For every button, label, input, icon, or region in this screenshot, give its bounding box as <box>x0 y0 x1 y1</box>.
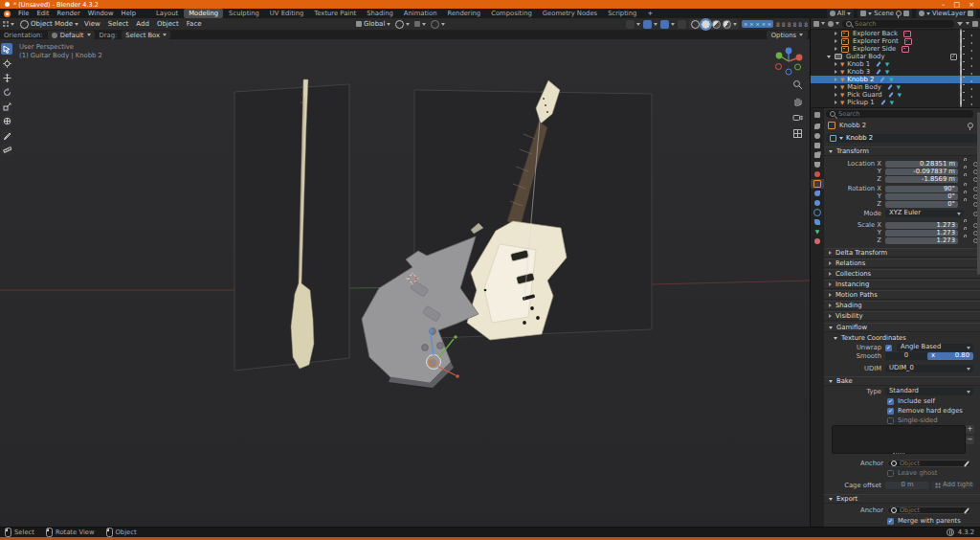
anchor-object-field[interactable] <box>887 460 971 467</box>
scale-y-field[interactable]: 1.273 <box>885 230 958 236</box>
panel-bake[interactable]: Bake <box>824 376 980 386</box>
tab-physics[interactable] <box>811 208 824 217</box>
new-viewlayer-icon[interactable] <box>968 11 973 16</box>
close-button[interactable]: × <box>969 1 974 9</box>
outliner-row-explorer-back[interactable]: Explorer Back <box>811 30 980 37</box>
add-workspace-button[interactable]: + <box>642 9 657 18</box>
collection-checkbox[interactable]: ✓ <box>950 54 957 60</box>
outliner-search[interactable] <box>842 20 954 28</box>
menu-face[interactable]: Face <box>187 20 202 28</box>
panel-export[interactable]: Export <box>824 494 980 504</box>
filter-icon[interactable] <box>957 22 963 26</box>
pin-icon[interactable] <box>896 11 902 16</box>
scene-selector[interactable]: Scene <box>858 9 912 18</box>
menu-window[interactable]: Window <box>84 10 118 17</box>
menu-render[interactable]: Render <box>54 10 84 17</box>
menu-help[interactable]: Help <box>118 10 141 17</box>
collapse-icon[interactable] <box>827 56 831 58</box>
orientation-dropdown[interactable]: Default <box>48 31 95 39</box>
add-tightness-button[interactable]: Add tightness... <box>931 482 973 489</box>
transform-panel-header[interactable]: Transform <box>824 146 980 156</box>
location-x-field[interactable]: 0.28351 m <box>885 161 958 168</box>
scale-z-field[interactable]: 1.273 <box>885 237 958 244</box>
new-scene-icon[interactable] <box>903 11 909 16</box>
show-gizmo-dropdown[interactable] <box>626 20 640 29</box>
pin-icon[interactable] <box>968 123 973 128</box>
smooth-value-field[interactable]: 0 <box>885 352 927 360</box>
outliner-row-knob3[interactable]: ▼Knob 3▼ <box>811 68 980 76</box>
tab-layout[interactable]: Layout <box>151 9 183 18</box>
menu-select[interactable]: Select <box>108 20 129 28</box>
menu-edit[interactable]: Edit <box>33 10 53 17</box>
zoom-icon[interactable] <box>792 79 803 90</box>
annotate-tool[interactable] <box>1 129 12 141</box>
addon-toggle-cluster[interactable]: ××××× <box>742 20 773 28</box>
panel-relations[interactable]: Relations <box>824 259 980 268</box>
smooth-factor-slider[interactable]: x0.80 <box>927 352 973 360</box>
include-self-checkbox[interactable] <box>887 398 894 405</box>
panel-motion-paths[interactable]: Motion Paths <box>824 290 980 300</box>
window-titlebar[interactable]: * (Unsaved) - Blender 4.3.2 – □ × <box>0 0 980 9</box>
tab-render[interactable] <box>811 131 824 141</box>
outliner-row-pick-guard[interactable]: ▼Pick Guard▼ <box>811 91 980 99</box>
outliner-collection-filter[interactable] <box>828 21 839 27</box>
navigation-gizmo[interactable] <box>773 45 804 76</box>
outliner-row-explorer-side[interactable]: Explorer Side <box>811 45 980 53</box>
transform-orientation-selector[interactable]: Global <box>356 20 390 28</box>
remove-hard-edges-checkbox[interactable] <box>887 408 894 415</box>
unwrap-checkbox[interactable] <box>885 345 892 351</box>
rotation-x-field[interactable]: 90° <box>885 186 958 192</box>
expand-icon[interactable] <box>835 85 837 89</box>
panel-visibility[interactable]: Visibility <box>824 311 980 321</box>
select-box-tool[interactable] <box>1 43 12 55</box>
tab-modifiers[interactable] <box>811 189 824 198</box>
minimize-button[interactable]: – <box>942 1 946 9</box>
panel-gamiflow[interactable]: Gamiflow <box>824 323 980 332</box>
addon-link-cluster[interactable]: 888888 <box>776 21 808 28</box>
toggle-xray-button[interactable] <box>678 20 686 29</box>
expand-icon[interactable] <box>835 39 837 43</box>
sets-selector[interactable]: All <box>827 9 854 18</box>
solid-shading-icon[interactable] <box>702 20 710 29</box>
scale-tool[interactable] <box>1 101 12 112</box>
panel-shading[interactable]: Shading <box>824 301 980 310</box>
subpanel-texture-coordinates[interactable]: Texture Coordinates <box>824 333 980 343</box>
tab-modeling[interactable]: Modeling <box>184 9 223 18</box>
list-resize-handle[interactable] <box>893 453 904 456</box>
expand-icon[interactable] <box>835 101 837 104</box>
location-z-field[interactable]: -1.8569 m <box>885 176 958 183</box>
merge-parents-checkbox[interactable] <box>887 518 894 525</box>
overlays-dropdown[interactable] <box>643 20 657 29</box>
bake-pair-list[interactable] <box>832 425 966 454</box>
properties-editor-selector[interactable] <box>811 110 824 120</box>
tab-output[interactable] <box>811 141 824 150</box>
outliner-display-mode[interactable] <box>813 21 825 27</box>
camera-view-icon[interactable] <box>792 112 803 123</box>
location-y-field[interactable]: -0.097837 m <box>885 169 958 175</box>
rendered-shading-icon[interactable] <box>723 20 731 29</box>
unwrap-method-dropdown[interactable]: Angle Based <box>897 344 973 351</box>
tab-tool[interactable] <box>811 122 824 131</box>
options-button[interactable]: Options <box>767 31 808 39</box>
export-anchor-input[interactable] <box>900 506 963 514</box>
tab-sculpting[interactable]: Sculpting <box>224 9 264 18</box>
export-anchor-field[interactable] <box>887 506 971 514</box>
tab-uv-editing[interactable]: UV Editing <box>265 9 308 18</box>
proportional-editing-toggle[interactable] <box>431 20 445 29</box>
udim-dropdown[interactable]: UDIM_0 <box>885 365 973 372</box>
blender-menu-icon[interactable] <box>4 11 11 17</box>
expand-icon[interactable] <box>835 62 837 66</box>
wireframe-shading-icon[interactable] <box>691 20 700 29</box>
expand-icon[interactable] <box>835 93 837 97</box>
panel-delta-transform[interactable]: Delta Transform <box>824 248 980 258</box>
tab-view-layer[interactable] <box>811 150 824 160</box>
tab-particles[interactable] <box>811 198 824 208</box>
eyedropper-icon[interactable] <box>964 507 969 514</box>
outliner-search-input[interactable] <box>855 20 950 28</box>
expand-icon[interactable] <box>835 70 837 74</box>
cursor-tool[interactable] <box>1 57 12 69</box>
pivot-point-selector[interactable] <box>395 20 410 29</box>
outliner-row-explorer-front[interactable]: Explorer Front <box>811 37 980 45</box>
mode-selector[interactable]: Object Mode <box>20 20 78 29</box>
cage-offset-field[interactable]: 0 m <box>885 482 929 489</box>
